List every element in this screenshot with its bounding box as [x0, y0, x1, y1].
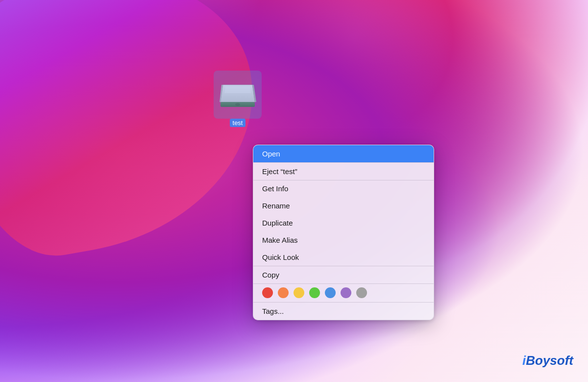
color-dot-blue[interactable] — [325, 287, 336, 298]
color-tags-row — [253, 283, 434, 302]
context-menu-item-copy[interactable]: Copy — [253, 266, 434, 283]
context-menu-item-rename[interactable]: Rename — [253, 197, 434, 214]
color-dot-orange[interactable] — [278, 287, 289, 298]
context-menu-item-duplicate[interactable]: Duplicate — [253, 214, 434, 231]
context-menu: Open Eject “test” Get Info Rename Duplic… — [253, 145, 434, 320]
color-dot-green[interactable] — [309, 287, 320, 298]
watermark-boysoft: Boysoft — [526, 353, 573, 368]
context-menu-item-get-info[interactable]: Get Info — [253, 180, 434, 197]
color-dot-gray[interactable] — [356, 287, 367, 298]
context-menu-item-open[interactable]: Open — [253, 145, 434, 162]
color-dot-yellow[interactable] — [294, 287, 304, 298]
file-icon[interactable] — [216, 73, 260, 117]
file-label: test — [230, 119, 246, 127]
context-menu-item-eject[interactable]: Eject “test” — [253, 163, 434, 180]
color-dot-purple[interactable] — [341, 287, 351, 298]
context-menu-item-tags[interactable]: Tags... — [253, 303, 434, 320]
file-icon-container: test — [216, 73, 260, 127]
color-dot-red[interactable] — [262, 287, 273, 298]
context-menu-item-make-alias[interactable]: Make Alias — [253, 231, 434, 249]
iboysoft-watermark: iBoysoft — [522, 353, 573, 368]
selection-highlight — [214, 71, 262, 119]
context-menu-item-quick-look[interactable]: Quick Look — [253, 249, 434, 266]
